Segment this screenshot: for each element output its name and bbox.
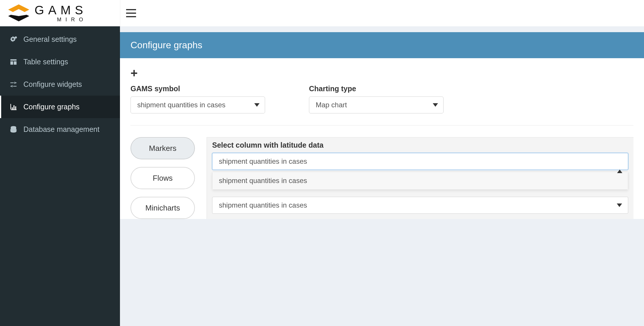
svg-marker-9 — [617, 203, 622, 207]
charting-type-label: Charting type — [309, 84, 444, 93]
latitude-selected-value: shipment quantities in cases — [219, 157, 307, 165]
menu-toggle-button[interactable] — [126, 9, 136, 17]
brand-logo: GAMS MIRO — [8, 4, 87, 22]
table-icon — [9, 58, 18, 66]
charting-type-value: Map chart — [316, 101, 347, 109]
svg-marker-7 — [433, 103, 438, 107]
sidebar-item-configure-graphs[interactable]: Configure graphs — [0, 96, 120, 118]
tab-label: Minicharts — [145, 203, 180, 213]
panel-body: + GAMS symbol shipment quantities in cas… — [120, 58, 644, 219]
caret-down-icon — [254, 103, 260, 107]
top-row: GAMS symbol shipment quantities in cases… — [130, 84, 633, 113]
svg-marker-8 — [617, 170, 622, 173]
main: Configure graphs + GAMS symbol shipment … — [120, 0, 644, 326]
caret-up-icon — [617, 170, 622, 173]
sidebar-item-label: Database management — [23, 125, 99, 134]
tab-markers[interactable]: Markers — [130, 137, 195, 159]
svg-point-4 — [15, 36, 17, 38]
secondary-select-value: shipment quantities in cases — [219, 201, 307, 209]
plus-icon: + — [130, 66, 138, 80]
markers-pane: Select column with latitude data shipmen… — [207, 137, 633, 219]
charting-type-select[interactable]: Map chart — [309, 96, 444, 113]
content: Configure graphs + GAMS symbol shipment … — [120, 26, 644, 219]
latitude-label: Select column with latitude data — [212, 141, 628, 149]
tab-column: Markers Flows Minicharts — [130, 137, 195, 219]
add-button[interactable]: + — [130, 67, 633, 79]
sidebar-item-label: Configure graphs — [23, 103, 80, 111]
gams-symbol-group: GAMS symbol shipment quantities in cases — [130, 84, 265, 113]
sidebar-nav: General settings Table settings Configur… — [0, 26, 120, 141]
gams-symbol-label: GAMS symbol — [130, 84, 265, 93]
tab-minicharts[interactable]: Minicharts — [130, 197, 195, 219]
secondary-select[interactable]: shipment quantities in cases — [212, 197, 628, 214]
latitude-combo: shipment quantities in cases shipment qu… — [212, 153, 628, 190]
sidebar-item-general-settings[interactable]: General settings — [0, 28, 120, 51]
database-icon — [9, 125, 18, 134]
sidebar-item-table-settings[interactable]: Table settings — [0, 51, 120, 73]
sidebar: GAMS MIRO General settings Table setting… — [0, 0, 120, 326]
charting-type-group: Charting type Map chart — [309, 84, 444, 113]
tab-label: Flows — [153, 174, 173, 183]
sidebar-item-configure-widgets[interactable]: Configure widgets — [0, 73, 120, 96]
bar-chart-icon — [9, 103, 18, 111]
svg-marker-6 — [254, 103, 260, 107]
gams-symbol-select[interactable]: shipment quantities in cases — [130, 96, 265, 113]
latitude-select[interactable]: shipment quantities in cases — [212, 153, 628, 170]
gams-symbol-value: shipment quantities in cases — [137, 101, 226, 109]
latitude-option[interactable]: shipment quantities in cases — [212, 172, 628, 189]
tab-label: Markers — [149, 144, 176, 153]
sidebar-item-label: General settings — [23, 35, 77, 44]
caret-down-icon — [617, 203, 622, 207]
sidebar-header: GAMS MIRO — [0, 0, 120, 26]
brand-sub: MIRO — [35, 17, 87, 22]
panel-title: Configure graphs — [120, 32, 644, 58]
sidebar-item-label: Configure widgets — [23, 80, 82, 89]
sliders-icon — [9, 80, 18, 89]
topbar — [120, 0, 644, 26]
lower-row: Markers Flows Minicharts Select column w… — [130, 125, 633, 219]
tab-flows[interactable]: Flows — [130, 167, 195, 189]
caret-down-icon — [433, 103, 438, 107]
option-label: shipment quantities in cases — [219, 177, 307, 184]
gears-icon — [9, 35, 18, 44]
latitude-dropdown: shipment quantities in cases — [212, 172, 628, 190]
sidebar-item-database-management[interactable]: Database management — [0, 118, 120, 141]
logo-icon — [8, 4, 29, 22]
configure-graphs-panel: Configure graphs + GAMS symbol shipment … — [120, 32, 644, 219]
sidebar-item-label: Table settings — [23, 58, 68, 66]
brand-text: GAMS MIRO — [35, 4, 87, 22]
brand-name: GAMS — [35, 4, 87, 16]
